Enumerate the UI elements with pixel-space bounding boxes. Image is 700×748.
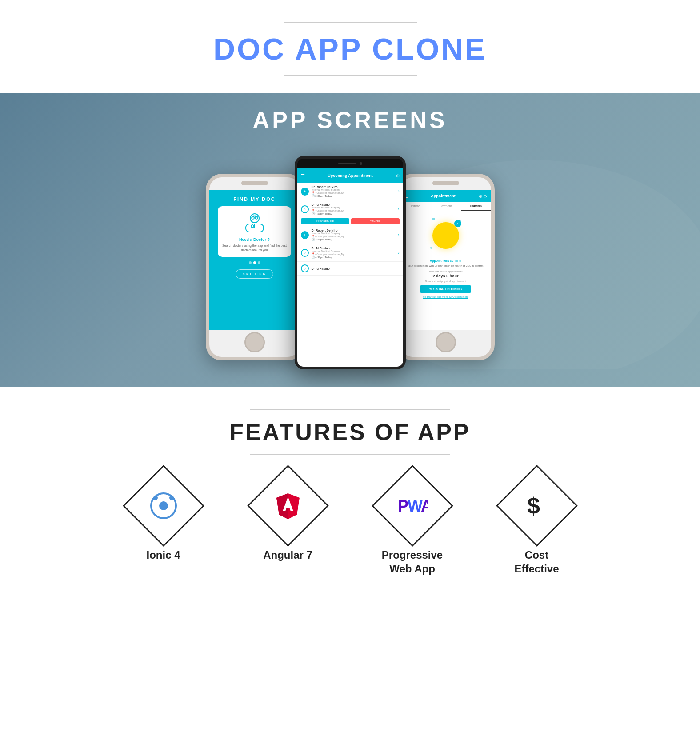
- cost-label: Cost Effective: [514, 548, 559, 576]
- svg-text:W: W: [408, 497, 423, 515]
- appointment-icon: +: [301, 231, 309, 239]
- android-camera-icon: [360, 162, 362, 165]
- start-booking-button[interactable]: YES START BOOKING: [420, 285, 471, 293]
- appointment-icon: ○: [301, 205, 309, 213]
- time-value: 2 days 5 hour: [432, 274, 458, 278]
- feature-cost: $ Cost Effective: [492, 477, 581, 576]
- svg-point-1: [252, 215, 257, 219]
- appointment-time: 🕐 2:30pm Today: [312, 194, 396, 197]
- features-divider-top: [250, 409, 450, 410]
- hero-divider: [261, 138, 439, 138]
- appointment-location: 📍 40s upper manhattan,Ny: [312, 235, 396, 238]
- no-thanks-link[interactable]: No thanks!Take me to My Appointment: [423, 296, 468, 298]
- appointment-name: Dr Al Pacino: [312, 267, 400, 270]
- book-label: Book a video/physical appointment: [425, 280, 466, 283]
- phone-center: ☰ Upcoming Appointment ⊕ + Dr Robert De …: [295, 156, 406, 369]
- sun-circle: ✓: [432, 222, 459, 249]
- appointment-time: 🕐 4:30pm Today: [312, 256, 396, 259]
- dot: [249, 261, 252, 264]
- angular-icon: [270, 488, 306, 524]
- appointment-info: Dr Al Pacino: [312, 267, 400, 270]
- android-header: ☰ Upcoming Appointment ⊕: [297, 168, 403, 183]
- reschedule-button[interactable]: RESCHEDULE: [301, 218, 349, 224]
- hero-section: APP SCREENS FIND MY DOC: [0, 93, 700, 387]
- tab-payment[interactable]: Payment: [431, 202, 461, 211]
- dot-active: [253, 261, 256, 264]
- appointment-time: 🕐 2:30pm Today: [312, 238, 396, 241]
- right-header-title: Appointment: [431, 194, 456, 198]
- feature-angular: Angular 7: [244, 477, 332, 576]
- svg-point-12: [169, 496, 173, 500]
- appointment-name: Dr Al Pacino: [312, 203, 396, 206]
- angular-icon-wrapper: [247, 465, 329, 547]
- appointment-location: 📍 40s upper manhattan,Ny: [312, 191, 396, 194]
- ionic-icon-wrapper: [123, 465, 204, 547]
- features-divider-bottom: [250, 454, 450, 455]
- appointment-info: Dr Al Pacino Internal Medical Surgery 📍 …: [312, 203, 396, 215]
- pwa-icon: P W A: [395, 488, 430, 524]
- header-divider-bottom: [284, 75, 417, 76]
- appointment-arrow-icon: ›: [398, 207, 399, 212]
- feature-pwa: P W A Progressive Web App: [368, 477, 457, 576]
- phone-screen-right: ☰ Appointment ⊕ ⚙ Initiate Payment Confi…: [400, 190, 491, 330]
- svg-text:P: P: [398, 497, 408, 515]
- ionic-icon: [146, 488, 181, 524]
- phone-screen-left: FIND MY DOC Need a: [209, 190, 300, 330]
- appointment-name: Dr Al Pacino: [312, 247, 396, 250]
- appointment-name: Dr Robert De Niro: [312, 185, 396, 188]
- appointment-info: Dr Robert De Niro Internal Medical Surge…: [312, 185, 396, 197]
- confirm-content: ✓ Appointment confirm your appointment w…: [400, 211, 491, 303]
- appointment-location: 📍 40s upper manhattan,Ny: [312, 252, 396, 256]
- appointment-time: 🕐 4:30pm Today: [312, 212, 396, 215]
- appointment-confirmed-label: Appointment confirm: [430, 259, 461, 262]
- appointment-icon: +: [301, 188, 309, 196]
- tab-confirm[interactable]: Confirm: [461, 202, 491, 211]
- phone-screen-android: ☰ Upcoming Appointment ⊕ + Dr Robert De …: [297, 168, 403, 367]
- appointment-item: ○ Dr Al Pacino Internal Medical Surgery …: [297, 200, 403, 218]
- cost-icon: $: [519, 488, 555, 524]
- header-section: DOC APP CLONE: [0, 0, 700, 93]
- angular-label: Angular 7: [263, 548, 312, 562]
- ionic-svg-icon: [149, 492, 178, 520]
- time-left-label: Time left before appointment: [428, 270, 462, 273]
- cancel-button[interactable]: CANCEL: [351, 218, 400, 224]
- dot: [258, 261, 260, 264]
- doctor-avatar-icon: [244, 212, 266, 234]
- features-grid: Ionic 4 Angular 7: [9, 477, 691, 576]
- skip-tour-button[interactable]: SKIP TOUR: [236, 269, 274, 279]
- angular-svg-icon: [273, 492, 302, 520]
- appointment-icon: ○: [301, 264, 309, 272]
- hero-title: APP SCREENS: [253, 107, 448, 133]
- cost-icon-wrapper: $: [496, 465, 578, 547]
- svg-point-4: [251, 225, 254, 228]
- phones-container: FIND MY DOC Need a: [206, 156, 495, 369]
- appointment-visual: ✓: [426, 216, 466, 256]
- android-speaker: [338, 163, 356, 164]
- doctor-desc-text: Search doctors using the app and find th…: [221, 244, 288, 252]
- phone-right: ☰ Appointment ⊕ ⚙ Initiate Payment Confi…: [397, 174, 495, 360]
- appointment-list: + Dr Robert De Niro Internal Medical Sur…: [297, 183, 403, 276]
- appointment-icon: ○: [301, 249, 309, 257]
- appointment-location: 📍 40s upper manhattan,Ny: [312, 209, 396, 212]
- appointment-item: ○ Dr Al Pacino Internal Medical Surgery …: [297, 244, 403, 262]
- reschedule-cancel-row: RESCHEDULE CANCEL: [301, 218, 400, 224]
- appointment-item: ○ Dr Al Pacino: [297, 262, 403, 276]
- dot-indicator: [249, 261, 260, 264]
- svg-rect-16: [285, 505, 290, 507]
- need-doctor-text: Need a Doctor ?: [239, 237, 270, 242]
- svg-text:$: $: [527, 493, 540, 519]
- cost-svg-icon: $: [522, 492, 551, 520]
- features-section: FEATURES OF APP Ionic 4: [0, 387, 700, 602]
- right-header: ☰ Appointment ⊕ ⚙: [400, 190, 491, 202]
- feature-ionic: Ionic 4: [119, 477, 208, 576]
- appointment-item: + Dr Robert De Niro Internal Medical Sur…: [297, 183, 403, 200]
- appointment-info: Dr Robert De Niro Internal Medical Surge…: [312, 229, 396, 241]
- orbit-dot: [432, 218, 435, 220]
- appointment-arrow-icon: ›: [398, 250, 399, 255]
- phone-left: FIND MY DOC Need a: [206, 174, 304, 360]
- android-top-bar: [297, 159, 403, 168]
- doctor-card: Need a Doctor ? Search doctors using the…: [218, 206, 292, 257]
- pwa-icon-wrapper: P W A: [372, 465, 453, 547]
- checkmark-badge: ✓: [454, 220, 461, 227]
- appointment-name: Dr Robert De Niro: [312, 229, 396, 232]
